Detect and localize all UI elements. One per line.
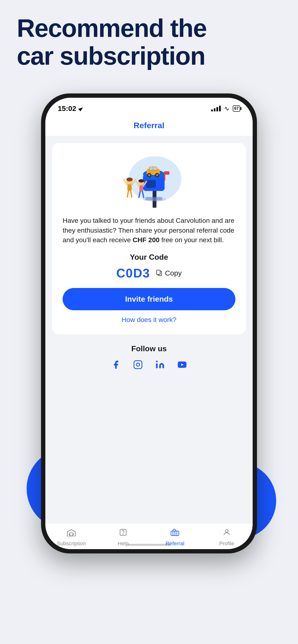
linkedin-icon[interactable] <box>155 360 165 372</box>
referral-description: Have you talked to your friends about Ca… <box>63 216 235 245</box>
svg-rect-32 <box>157 270 160 274</box>
phone-mockup: 15:02 ∿ 67 <box>41 94 257 554</box>
svg-rect-4 <box>146 180 156 188</box>
copy-button[interactable]: Copy <box>156 269 182 277</box>
wifi-icon: ∿ <box>224 105 229 112</box>
nav-label-referral: Referral <box>166 540 184 547</box>
svg-rect-14 <box>153 167 157 170</box>
help-icon <box>119 528 127 538</box>
battery-icon: 67 <box>233 106 240 112</box>
svg-rect-6 <box>164 171 169 175</box>
svg-line-21 <box>127 191 128 197</box>
instagram-icon[interactable] <box>133 360 143 372</box>
svg-point-39 <box>69 534 70 535</box>
nav-label-profile: Profile <box>219 540 234 547</box>
social-icons-row <box>111 360 187 372</box>
nav-item-subscription[interactable]: Subscription <box>45 528 97 547</box>
subscription-icon <box>67 528 76 538</box>
nav-label-help: Help <box>117 540 128 547</box>
main-area: Have you talked to your friends about Ca… <box>45 136 253 382</box>
svg-point-36 <box>156 360 158 362</box>
referral-card: Have you talked to your friends about Ca… <box>52 143 246 334</box>
referral-bold-text: CHF 200 <box>133 236 160 244</box>
how-it-works-link[interactable]: How does it work? <box>122 316 177 324</box>
svg-point-40 <box>72 534 74 535</box>
profile-icon <box>223 528 231 538</box>
page-title: Recommend the car subscription <box>17 14 281 70</box>
location-icon <box>78 106 83 112</box>
svg-rect-35 <box>156 364 158 368</box>
svg-rect-13 <box>150 167 153 170</box>
follow-title: Follow us <box>131 344 167 353</box>
referral-nav-icon <box>170 528 180 538</box>
code-row: C0D3 Copy <box>116 266 182 280</box>
home-indicator <box>127 544 171 546</box>
status-bar: 15:02 ∿ 67 <box>45 98 253 115</box>
svg-point-18 <box>126 178 133 181</box>
youtube-icon[interactable] <box>177 360 187 372</box>
nav-label-subscription: Subscription <box>57 540 86 547</box>
svg-point-47 <box>225 530 228 532</box>
svg-line-22 <box>131 191 132 197</box>
follow-section: Follow us <box>52 334 246 376</box>
header-title: Referral <box>134 121 165 130</box>
referral-code: C0D3 <box>116 266 150 280</box>
phone-shell: 15:02 ∿ 67 <box>41 94 257 554</box>
svg-point-12 <box>156 174 158 176</box>
phone-screen: 15:02 ∿ 67 <box>45 98 253 549</box>
status-icons: ∿ 67 <box>211 105 240 112</box>
app-header: Referral <box>45 115 253 136</box>
facebook-icon[interactable] <box>111 360 121 372</box>
svg-rect-30 <box>145 197 162 200</box>
svg-rect-33 <box>134 360 142 368</box>
referral-illustration <box>111 152 187 210</box>
nav-item-profile[interactable]: Profile <box>201 528 253 547</box>
status-time: 15:02 <box>58 104 83 112</box>
svg-point-42 <box>123 534 123 534</box>
signal-bars <box>211 106 221 112</box>
your-code-label: Your Code <box>130 253 168 262</box>
copy-icon <box>156 270 163 277</box>
svg-point-25 <box>138 179 144 182</box>
svg-rect-23 <box>139 184 143 192</box>
svg-point-10 <box>148 174 151 176</box>
invite-friends-button[interactable]: Invite friends <box>63 288 235 310</box>
